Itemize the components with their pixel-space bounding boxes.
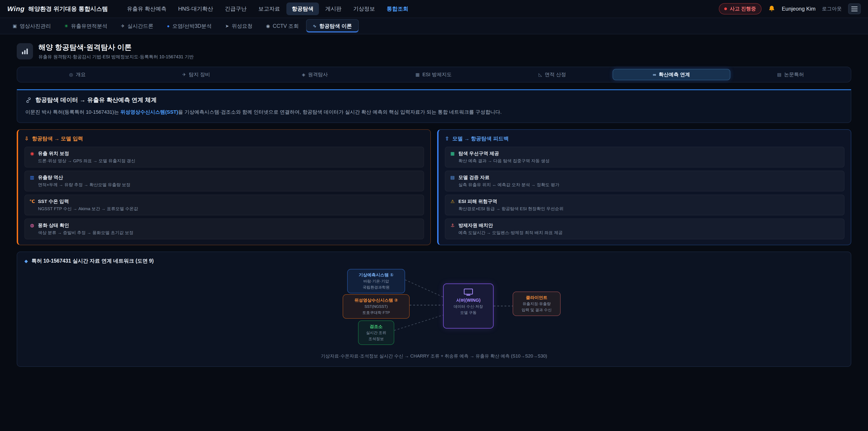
- sst-system-link[interactable]: 위성영상수신시스템(SST): [121, 109, 178, 115]
- clipboard-icon: ▤: [450, 175, 455, 180]
- model-input-panel: ⇩ 항공탐색 → 모델 입력 ◉ 유출 위치 보정 드론·위성 영상 → GPS…: [17, 129, 431, 245]
- item-title: 방제자원 배치안: [458, 222, 493, 228]
- ship-3d-icon: ●: [167, 24, 169, 29]
- panel-title-label: 모델 → 항공탐색 피드백: [452, 135, 508, 142]
- subnav-tab-realtime-drone[interactable]: ✈ 실시간드론: [115, 19, 160, 33]
- node-line: 모델 구동: [447, 310, 489, 315]
- nav-item-aerial-search[interactable]: 항공탐색: [286, 2, 319, 15]
- area-analysis-icon: ✳: [64, 23, 68, 29]
- subnav-tab-cctv[interactable]: ◉ CCTV 조회: [260, 19, 305, 33]
- tab-label: 확산예측 연계: [659, 71, 690, 78]
- main-content: 해양 항공탐색·원격탐사 이론 유출유 원격탐지·항공감시 기법·ESI 방제정…: [0, 34, 868, 385]
- nav-item-weather[interactable]: 기상정보: [348, 2, 380, 15]
- satellite-icon: ➤: [225, 23, 229, 29]
- item-desc: 확산 예측 결과 → 다음 탐색 집중구역 자동 생성: [450, 158, 839, 164]
- bar-chart-icon: ▥: [29, 175, 35, 180]
- item-title: 모델 검증 자료: [458, 174, 490, 181]
- drone-icon: ✈: [121, 23, 125, 29]
- tab-remote-sensing[interactable]: ◈ 원격탐사: [256, 69, 373, 80]
- monitor-icon: [464, 288, 473, 295]
- node-title: 위성영상수신시스템 ②: [347, 298, 405, 303]
- linkage-panels: ⇩ 항공탐색 → 모델 입력 ◉ 유출 위치 보정 드론·위성 영상 → GPS…: [17, 129, 851, 245]
- list-item-esi-risk-zone: ⚠ ESI 피해 위험구역 확산경로×ESI 등급 → 항공탐색 ESI 현장확…: [445, 194, 844, 215]
- tab-label: 원격탐사: [308, 71, 328, 78]
- list-item-weathering-state: ◍ 풍화 상태 확인 색상 분류 → 증발비 추정 → 풍화모델 초기값 보정: [24, 219, 424, 239]
- subnav-tab-aerial-theory[interactable]: ∿ 항공탐색 이론: [306, 19, 359, 33]
- item-desc: NGSST FTP 수신 → Akima 보간 → 표류모델 수온값: [29, 206, 419, 212]
- tab-overview[interactable]: ◎ 개요: [19, 69, 136, 80]
- chart-tile-icon: [17, 43, 33, 59]
- brand[interactable]: Wing 해양환경 위기대응 통합시스템: [7, 5, 108, 13]
- node-title: 서버(WING): [447, 297, 489, 303]
- radar-icon: ◈: [302, 72, 305, 77]
- tab-prediction-link[interactable]: ∞ 확산예측 연계: [613, 69, 730, 80]
- tab-label: 논문특허: [784, 71, 804, 78]
- node-line: 국립환경과학원: [351, 285, 401, 290]
- node-title: 기상예측시스템 ①: [351, 272, 401, 278]
- tab-label: 개요: [76, 71, 86, 78]
- panel-title-label: 항공탐색 → 모델 입력: [32, 135, 83, 142]
- incident-status-badge[interactable]: 사고 진행중: [719, 3, 761, 14]
- item-title: ESI 피해 위험구역: [458, 198, 497, 205]
- link-icon: ∞: [653, 72, 656, 77]
- node-line: 유출지점·유출량: [517, 302, 557, 307]
- page-title: 해양 항공탐색·원격탐사 이론: [38, 42, 194, 53]
- subnav-tab-oil-area-analysis[interactable]: ✳ 유출유면적분석: [58, 19, 114, 33]
- tab-area-calculation[interactable]: ◺ 면적 산정: [494, 69, 611, 80]
- subnav-tab-ship-3d-analysis[interactable]: ● 오염/선박3D분석: [160, 19, 218, 33]
- page-header-text: 해양 항공탐색·원격탐사 이론 유출유 원격탐지·항공감시 기법·ESI 방제정…: [38, 42, 194, 60]
- bell-icon[interactable]: [768, 5, 776, 13]
- nav-item-integrated-search[interactable]: 통합조회: [381, 2, 414, 15]
- documents-icon: ▤: [777, 72, 781, 77]
- pin-icon: ◉: [29, 151, 35, 156]
- item-desc: 실측 유출유 위치 ↔ 예측값 오차 분석 → 정확도 평가: [450, 182, 839, 188]
- hamburger-menu-icon[interactable]: [848, 3, 861, 14]
- model-feedback-panel-title: ⇧ 모델 → 항공탐색 피드백: [445, 135, 844, 142]
- subnav-tab-satellite-request[interactable]: ➤ 위성요청: [219, 19, 259, 33]
- cctv-icon: ◉: [266, 23, 270, 29]
- wing-server-node: 서버(WING) 데이터 수신·저장 모델 구동: [443, 283, 494, 329]
- weather-system-node: 기상예측시스템 ① 바람·기온·기압 국립환경과학원: [347, 269, 405, 294]
- nav-item-hns[interactable]: HNS·대기확산: [173, 2, 219, 15]
- node-line: SST(NGSST): [347, 304, 405, 309]
- model-input-panel-title: ⇩ 항공탐색 → 모델 입력: [24, 135, 424, 142]
- list-item-priority-zone: ▦ 탐색 우선구역 제공 확산 예측 결과 → 다음 탐색 집중구역 자동 생성: [445, 147, 844, 167]
- item-desc: 면적×두께 → 유량 추정 → 확산모델 유출량 보정: [29, 182, 419, 188]
- tab-detection-equipment[interactable]: ✈ 탐지 장비: [138, 69, 254, 80]
- client-node: 클라이언트 유출지점·유출량 입력 및 결과 수신: [513, 291, 561, 316]
- tab-esi-map[interactable]: ▦ ESI 방제지도: [375, 69, 492, 80]
- nav-item-reports[interactable]: 보고자료: [253, 2, 285, 15]
- nav-item-rescue[interactable]: 긴급구난: [219, 2, 252, 15]
- subnav-tab-photo-management[interactable]: ▣ 영상사진관리: [6, 19, 57, 33]
- subnav-tab-label: 유출유면적분석: [71, 23, 107, 30]
- main-menu: 유출유 확산예측 HNS·대기확산 긴급구난 보고자료 항공탐색 게시판 기상정…: [122, 2, 414, 15]
- top-nav: Wing 해양환경 위기대응 통합시스템 유출유 확산예측 HNS·대기확산 긴…: [0, 0, 868, 18]
- incident-badge-label: 사고 진행중: [730, 5, 756, 12]
- tide-station-node: 검조소 실시간 조위 조석정보: [358, 320, 394, 345]
- item-desc: 확산경로×ESI 등급 → 항공탐색 ESI 현장확인 우선순위: [450, 206, 839, 212]
- node-line: 데이터 수신·저장: [447, 304, 489, 309]
- chain-link-icon: [25, 97, 32, 103]
- weathering-icon: ◍: [29, 223, 35, 228]
- intro-title-row: 항공탐색 데이터 → 유출유 확산예측 연계 체계: [25, 96, 843, 104]
- tab-papers-patents[interactable]: ▤ 논문특허: [732, 69, 849, 80]
- node-title: 클라이언트: [517, 295, 557, 301]
- map-icon: ▦: [415, 72, 420, 77]
- intro-body-pre: 이문진 박사 특허(등록특허 10-1567431)는: [25, 109, 121, 115]
- tab-label: 탐지 장비: [189, 71, 210, 78]
- nav-item-board[interactable]: 게시판: [320, 2, 347, 15]
- app-title: 해양환경 위기대응 통합시스템: [28, 5, 108, 13]
- item-title: 유출 위치 보정: [38, 150, 69, 157]
- tab-label: ESI 방제지도: [423, 71, 452, 78]
- nav-item-spill-prediction[interactable]: 유출유 확산예측: [122, 2, 172, 15]
- wing-logo: Wing: [7, 5, 25, 13]
- ruler-icon: ◺: [538, 72, 542, 77]
- list-item-response-deployment: ⚓ 방제자원 배치안 예측 도달시간 → 오일펜스·방제정 최적 배치 좌표 제…: [445, 219, 844, 239]
- node-line: 토호쿠대학 FTP: [347, 310, 405, 315]
- item-desc: 예측 도달시간 → 오일펜스·방제정 최적 배치 좌표 제공: [450, 230, 839, 236]
- logout-button[interactable]: 로그아웃: [822, 5, 842, 12]
- page-header: 해양 항공탐색·원격탐사 이론 유출유 원격탐지·항공감시 기법·ESI 방제정…: [17, 42, 851, 60]
- thermometer-icon: ℃: [29, 199, 35, 204]
- incident-dot-icon: [724, 7, 727, 10]
- grid-map-icon: ▦: [450, 151, 455, 156]
